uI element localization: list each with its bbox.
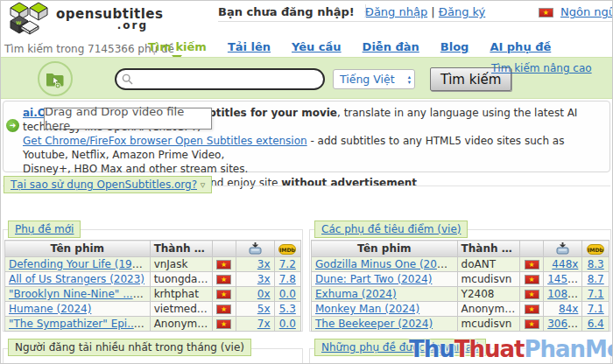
flag-cell: ★ bbox=[520, 257, 544, 272]
downloads-link[interactable]: 84x bbox=[559, 303, 578, 315]
nav-tab-requests[interactable]: Yêu cầu bbox=[292, 40, 342, 53]
col-imdb[interactable]: IMDb bbox=[274, 241, 300, 257]
why-use-link[interactable]: Tại sao sử dụng OpenSubtitles.org? bbox=[11, 178, 197, 191]
vietnam-flag-icon: ★ bbox=[525, 275, 539, 284]
member-cell: mcudisvn bbox=[457, 317, 519, 332]
nav-tab-upload[interactable]: Tải lên bbox=[228, 40, 271, 53]
movie-link[interactable]: Exhuma (2024) bbox=[315, 288, 397, 300]
rating-cell: 8.7 bbox=[582, 272, 609, 287]
advanced-search-link[interactable]: Tìm kiếm nâng cao bbox=[491, 62, 592, 74]
movie-link[interactable]: "The Sympathizer" Epi... (2024) bbox=[9, 318, 150, 330]
rating-link[interactable]: 5.3 bbox=[279, 303, 296, 315]
nav-tab-search[interactable]: Tìm kiếm bbox=[148, 40, 207, 53]
rating-cell: 7.1 bbox=[582, 302, 609, 317]
flag-cell: ★ bbox=[520, 287, 544, 302]
topbar-divider bbox=[365, 4, 366, 18]
rating-link[interactable]: 7.1 bbox=[588, 288, 604, 300]
rating-cell: 7.8 bbox=[274, 272, 300, 287]
rating-cell: 5.3 bbox=[274, 302, 300, 317]
nav-tab-forum[interactable]: Diễn đàn bbox=[363, 40, 419, 53]
new-subtitles-link[interactable]: Phụ đề mới bbox=[15, 223, 74, 235]
vietnam-flag-icon: ★ bbox=[216, 275, 231, 284]
chevron-down-icon[interactable]: ▿ bbox=[201, 179, 206, 191]
table-row: Monkey Man (2024)Anonymous★84x7.1 bbox=[312, 302, 609, 317]
flag-cell: ★ bbox=[212, 317, 236, 332]
table-body: Defending Your Life (1991)vnJask★3x7.2Al… bbox=[5, 257, 301, 332]
movie-link[interactable]: Monkey Man (2024) bbox=[315, 303, 419, 315]
downloads-link[interactable]: 7x bbox=[257, 318, 271, 330]
rating-cell: 7.2 bbox=[274, 257, 300, 272]
flag-cell: ★ bbox=[212, 272, 236, 287]
rating-link[interactable]: 7.2 bbox=[279, 258, 296, 270]
table-row: "Brooklyn Nine-Nine" ... (2014)krhtphat★… bbox=[5, 287, 301, 302]
language-link[interactable]: Ngôn ngữ bbox=[560, 5, 613, 18]
movie-title-cell: The Beekeeper (2024) bbox=[312, 317, 458, 332]
language-select-value: Tiếng Việt bbox=[340, 73, 395, 86]
downloads-link[interactable]: 5x bbox=[257, 303, 271, 315]
col-downloads[interactable] bbox=[236, 241, 274, 257]
login-status-text: Bạn chưa đăng nhập! bbox=[218, 5, 355, 18]
thuthuatphanmem-watermark: ThuThuatPhanMem.vn bbox=[409, 336, 613, 362]
downloads-link[interactable]: 1084x bbox=[547, 288, 581, 300]
download-icon bbox=[556, 242, 569, 255]
col-member: Thành viên bbox=[150, 241, 212, 257]
browser-extension-link[interactable]: Get Chrome/FireFox browser Open Subtitle… bbox=[23, 135, 307, 147]
movie-link[interactable]: "Brooklyn Nine-Nine" ... (2014) bbox=[9, 288, 150, 300]
nav-tab-ai-subtitles[interactable]: AI phụ đề bbox=[490, 40, 551, 53]
rating-cell: 6.4 bbox=[582, 317, 609, 332]
top-bar: w opensubtitles .org Bạn chưa đăng nhập!… bbox=[1, 1, 612, 36]
top-uploaders-label: Người đăng tải nhiều nhất trong tháng (v… bbox=[8, 339, 251, 356]
nav-tab-blog[interactable]: Blog bbox=[440, 40, 469, 53]
drag-drop-tooltip: Drag and Drop video file here bbox=[44, 108, 212, 130]
col-flag bbox=[520, 241, 544, 257]
rating-link[interactable]: 0.0 bbox=[279, 318, 296, 330]
download-icon bbox=[249, 242, 262, 255]
member-cell: krhtphat bbox=[150, 287, 212, 302]
downloads-cell: 84x bbox=[544, 302, 582, 317]
col-downloads[interactable] bbox=[544, 241, 582, 257]
movie-link[interactable]: Humane (2024) bbox=[9, 303, 91, 315]
movie-link[interactable]: Defending Your Life (1991) bbox=[9, 258, 150, 270]
downloads-cell: 3062x bbox=[544, 317, 582, 332]
movie-link[interactable]: Godzilla Minus One (2023) bbox=[315, 258, 454, 270]
movie-title-cell: Exhuma (2024) bbox=[312, 287, 458, 302]
why-use-box: Tại sao sử dụng OpenSubtitles.org? ▿ bbox=[4, 176, 212, 193]
imdb-icon: IMDb bbox=[587, 244, 604, 255]
drop-video-icon[interactable] bbox=[38, 61, 73, 96]
rating-link[interactable]: 0.0 bbox=[279, 288, 296, 300]
table-row: Dune: Part Two (2024)mcudisvn★1459x8.7 bbox=[312, 272, 609, 287]
logo-wordmark[interactable]: opensubtitles .org bbox=[56, 9, 148, 32]
search-input[interactable] bbox=[133, 72, 323, 88]
downloads-link[interactable]: 3062x bbox=[547, 318, 581, 330]
vietnam-flag-icon: ★ bbox=[539, 8, 553, 18]
table-row: All of Us Strangers (2023)tuongdai...★3x… bbox=[5, 272, 301, 287]
movie-title-cell: Godzilla Minus One (2023) bbox=[312, 257, 458, 272]
downloads-link[interactable]: 448x bbox=[552, 258, 578, 270]
movie-link[interactable]: Dune: Part Two (2024) bbox=[315, 273, 432, 285]
featured-subtitles-link[interactable]: Các phụ đề tiêu điểm (vie) bbox=[321, 223, 461, 235]
login-link[interactable]: Đăng nhập bbox=[365, 5, 427, 18]
language-select[interactable]: Tiếng Việt ▴▾ bbox=[333, 69, 415, 89]
downloads-link[interactable]: 3x bbox=[257, 258, 271, 270]
rating-link[interactable]: 6.4 bbox=[588, 318, 604, 330]
col-imdb[interactable]: IMDb bbox=[582, 241, 609, 257]
rating-link[interactable]: 7.1 bbox=[588, 303, 604, 315]
member-cell: Anonymous bbox=[457, 302, 519, 317]
movie-link[interactable]: All of Us Strangers (2023) bbox=[9, 273, 144, 285]
rating-link[interactable]: 8.7 bbox=[588, 273, 604, 285]
svg-text:w: w bbox=[16, 19, 22, 26]
flag-cell: ★ bbox=[520, 272, 544, 287]
downloads-link[interactable]: 3x bbox=[257, 273, 271, 285]
downloads-link[interactable]: 1459x bbox=[547, 273, 581, 285]
rating-link[interactable]: 8.3 bbox=[588, 258, 604, 270]
vietnam-flag-icon: ★ bbox=[525, 290, 539, 299]
main-nav: Tìm kiếm Tải lên Yêu cầu Diễn đàn Blog A… bbox=[148, 40, 551, 53]
member-cell: Y2408 bbox=[457, 287, 519, 302]
vietnam-flag-icon: ★ bbox=[216, 304, 231, 314]
opensubtitles-logo-icon[interactable]: w bbox=[6, 2, 52, 35]
register-link[interactable]: Đăng ký bbox=[439, 5, 485, 18]
magnifier-icon bbox=[122, 74, 133, 85]
downloads-link[interactable]: 0x bbox=[257, 288, 271, 300]
rating-link[interactable]: 7.8 bbox=[279, 273, 296, 285]
movie-link[interactable]: The Beekeeper (2024) bbox=[315, 318, 433, 330]
